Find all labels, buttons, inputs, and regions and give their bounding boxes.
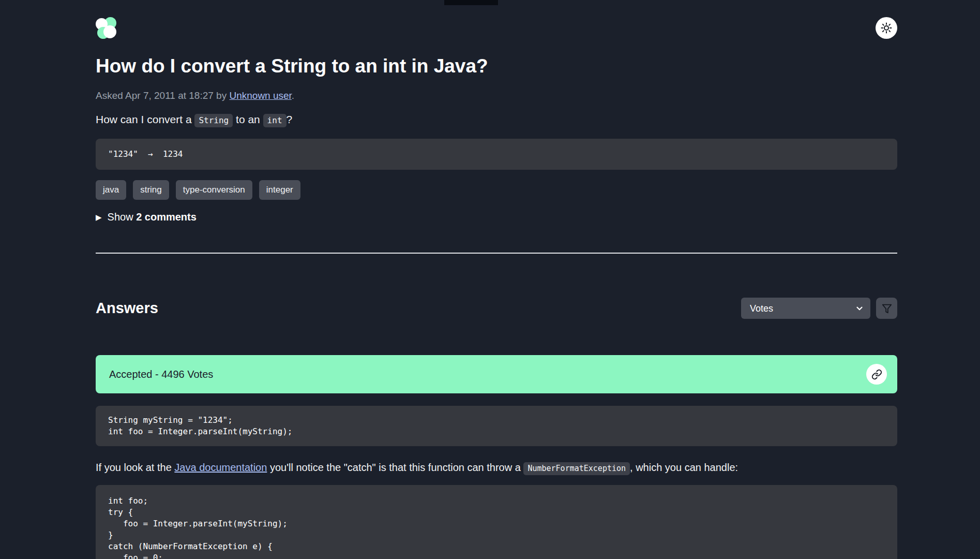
theme-toggle-button[interactable] — [876, 17, 897, 39]
site-logo-icon[interactable] — [96, 17, 119, 40]
link-icon — [871, 369, 882, 380]
answer-code-block-1: String myString = "1234"; int foo = Inte… — [96, 406, 897, 446]
answer-code-block-2: int foo; try { foo = Integer.parseInt(my… — [96, 485, 897, 559]
inline-code-numberformatexception: NumberFormatException — [523, 462, 630, 475]
header — [96, 17, 897, 40]
tag-list: java string type-conversion integer — [96, 180, 897, 200]
question-text-1: How can I convert a — [96, 113, 194, 125]
inline-code-string: String — [194, 114, 233, 127]
asker-user-link[interactable]: Unknown user — [229, 90, 291, 101]
tag-integer[interactable]: integer — [259, 180, 300, 200]
question-body: How can I convert a String to an int? — [96, 113, 897, 126]
sun-icon — [880, 22, 893, 34]
answer-text-3: , which you can handle: — [630, 462, 738, 473]
filter-button[interactable] — [876, 298, 897, 319]
java-documentation-link[interactable]: Java documentation — [174, 462, 267, 473]
sort-select-wrap: Votes — [741, 298, 870, 319]
accepted-banner-label: Accepted - 4496 Votes — [109, 369, 213, 380]
meta-prefix: Asked Apr 7, 2011 at 18:27 by — [96, 90, 229, 101]
inline-code-int: int — [263, 114, 287, 127]
logo-circle-white-br — [103, 25, 116, 38]
question-text-2: to an — [233, 113, 263, 125]
tag-java[interactable]: java — [96, 180, 126, 200]
show-comments-count: 2 comments — [136, 211, 197, 223]
show-comments-prefix: Show — [108, 211, 137, 223]
section-divider — [96, 253, 897, 254]
show-comments-toggle[interactable]: ▶ Show 2 comments — [96, 211, 897, 223]
answers-heading: Answers — [96, 300, 158, 317]
comments-section: ▶ Show 2 comments — [96, 211, 897, 223]
top-notch — [444, 0, 498, 5]
show-comments-label: Show 2 comments — [108, 211, 197, 223]
sort-select[interactable]: Votes — [741, 298, 870, 319]
answers-header: Answers Votes — [96, 298, 897, 319]
question-title: How do I convert a String to an int in J… — [96, 55, 897, 77]
question-text-3: ? — [287, 113, 293, 125]
accepted-answer-banner: Accepted - 4496 Votes — [96, 355, 897, 393]
meta-suffix: . — [292, 90, 294, 101]
answer-permalink-button[interactable] — [866, 364, 887, 385]
page-container: How do I convert a String to an int in J… — [96, 0, 897, 559]
funnel-icon — [881, 303, 893, 314]
answer-text-1: If you look at the — [96, 462, 174, 473]
tag-type-conversion[interactable]: type-conversion — [176, 180, 252, 200]
question-meta: Asked Apr 7, 2011 at 18:27 by Unknown us… — [96, 90, 897, 101]
answer-text-2: you'll notice the "catch" is that this f… — [267, 462, 523, 473]
answer-paragraph: If you look at the Java documentation yo… — [96, 462, 897, 474]
answer-sort-controls: Votes — [741, 298, 897, 319]
question-code-block: "1234" → 1234 — [96, 139, 897, 170]
triangle-right-icon: ▶ — [96, 213, 102, 222]
tag-string[interactable]: string — [133, 180, 169, 200]
